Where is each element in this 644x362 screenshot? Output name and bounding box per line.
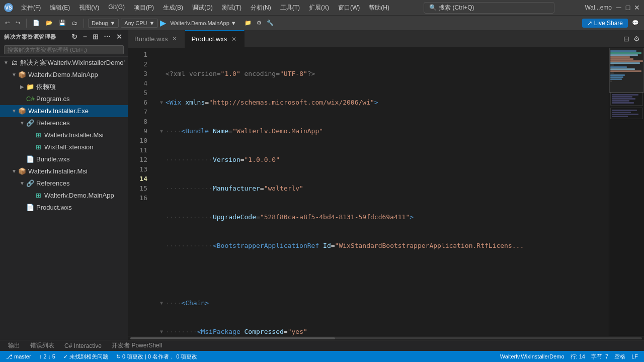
status-line[interactable]: 行: 14 — [569, 353, 587, 360]
down-icon: ↓ — [48, 353, 51, 359]
menu-item[interactable]: 生成(B) — [159, 3, 187, 13]
project-label: Walterlv.WixInstallerDemo — [500, 353, 565, 359]
editor-scrollbar[interactable] — [128, 336, 644, 340]
debug-config-dropdown[interactable]: Debug ▼ — [88, 19, 119, 28]
menu-item[interactable]: 视图(V) — [75, 3, 103, 13]
encoding-label: LF — [631, 353, 638, 359]
redo-button[interactable]: ↪ — [14, 19, 22, 27]
changes-sep: | — [145, 353, 146, 359]
close-sidebar-icon[interactable]: ✕ — [115, 32, 124, 41]
menu-item[interactable]: 分析(N) — [247, 3, 275, 13]
search-box[interactable]: 🔍 搜索 (Ctrl+Q) — [424, 2, 554, 14]
tree-item-program-cs[interactable]: ▶ C# Program.cs — [0, 93, 128, 105]
status-spaces[interactable]: 空格 — [612, 353, 627, 360]
code-line-9: ▼ ····<Chain> — [157, 298, 609, 308]
save-all-button[interactable]: 🗂 — [70, 19, 79, 27]
menu-item[interactable]: 工具(T) — [276, 3, 304, 13]
tree-item-dependencies[interactable]: ▶ 📁 依赖项 — [0, 81, 128, 93]
status-project[interactable]: Walterlv.WixInstallerDemo — [498, 353, 567, 360]
tree-item-demo-mainapp[interactable]: ▼ 📦 Walterlv.Demo.MainApp — [0, 69, 128, 81]
minimize-button[interactable]: ─ — [616, 5, 622, 11]
menu-item[interactable]: Git(G) — [104, 3, 129, 13]
status-col[interactable]: 字节: 7 — [589, 353, 610, 360]
sidebar-header-icons: ↻ − ⊞ ⋯ ✕ — [70, 32, 124, 41]
minimap — [609, 48, 644, 336]
status-ok[interactable]: ✓ 未找到相关问题 — [61, 353, 110, 360]
sidebar-search-input[interactable] — [4, 45, 124, 54]
tab-product-wxs-close[interactable]: ✕ — [230, 35, 238, 43]
tab-bundle-wxs-label: Bundle.wxs — [134, 35, 168, 43]
status-encoding[interactable]: LF — [629, 353, 640, 360]
status-changes[interactable]: ↻ 0 项更改 | 0 名作者， 0 项更改 — [114, 353, 199, 360]
new-file-button[interactable]: 📄 — [31, 19, 42, 27]
title-bar: VS 文件(F)编辑(E)视图(V)Git(G)项目(P)生成(B)调试(D)测… — [0, 0, 644, 15]
filter-icon[interactable]: ⊞ — [91, 32, 101, 41]
tree-item-references-1[interactable]: ▼ 🔗 References — [0, 117, 128, 129]
author-label: 0 名作者， — [148, 353, 175, 360]
chevron-down-icon-2: ▼ — [149, 20, 155, 26]
live-share-button[interactable]: ↗ Live Share — [582, 19, 628, 28]
undo-button[interactable]: ↩ — [3, 19, 12, 27]
search-placeholder: 搜索 (Ctrl+Q) — [439, 4, 474, 12]
maximize-button[interactable]: □ — [625, 5, 631, 11]
tree-item-solution[interactable]: ▼ 🗂 解决方案'Walterlv.WixInstallerDemo' — [0, 57, 128, 69]
tab-product-wxs[interactable]: Product.wxs ✕ — [185, 30, 245, 48]
scrollbar-track — [130, 337, 642, 339]
tab-bundle-wxs-close[interactable]: ✕ — [171, 35, 179, 43]
menu-item[interactable]: 窗口(W) — [334, 3, 364, 13]
run-target-label[interactable]: Walterlv.Demo.MainApp ▼ — [168, 19, 238, 27]
code-content[interactable]: <?xml version="1.0" encoding="UTF-8"?> ▼… — [153, 48, 609, 336]
toolbar-extra-3[interactable]: 🔧 — [265, 19, 276, 27]
menu-item[interactable]: 项目(P) — [130, 3, 158, 13]
tree-item-installer-exe[interactable]: ▼ 📦 Walterlv.Installer.Exe — [0, 105, 128, 117]
collapse-icon[interactable]: − — [82, 32, 89, 41]
menu-item[interactable]: 帮助(H) — [365, 3, 393, 13]
tree-item-wixbalext-ref[interactable]: ▶ ⊞ WixBalExtension — [0, 141, 128, 153]
line-label: 行: 14 — [571, 353, 585, 360]
sync-icon[interactable]: ↻ — [70, 32, 79, 41]
down-count: 5 — [52, 353, 55, 359]
sidebar: 解决方案资源管理器 ↻ − ⊞ ⋯ ✕ ▼ 🗂 解决方案'Walterlv.Wi… — [0, 30, 128, 340]
tab-bundle-wxs[interactable]: Bundle.wxs ✕ — [128, 30, 185, 48]
settings-icon[interactable]: ⚙ — [632, 34, 641, 44]
toolbar-extra-1[interactable]: 📁 — [243, 19, 254, 27]
code-line-4: ············Version="1.0.0.0" — [157, 155, 609, 164]
tree-item-installer-msi-ref[interactable]: ▶ ⊞ Walterlv.Installer.Msi — [0, 129, 128, 141]
menu-item[interactable]: 文件(F) — [17, 3, 45, 13]
tree-item-bundle-wxs[interactable]: ▶ 📄 Bundle.wxs — [0, 153, 128, 165]
status-ok-text: ✓ 未找到相关问题 — [63, 353, 108, 360]
tree-item-demo-mainapp-ref[interactable]: ▶ ⊞ Walterlv.Demo.MainApp — [0, 190, 128, 202]
save-button[interactable]: 💾 — [57, 19, 68, 27]
vs-logo: VS — [4, 3, 13, 12]
tree-item-installer-msi-proj[interactable]: ▼ 📦 Walterlv.Installer.Msi — [0, 165, 128, 177]
feedback-button[interactable]: 💬 — [630, 19, 641, 27]
platform-dropdown[interactable]: Any CPU ▼ — [121, 19, 158, 28]
tab-error-list[interactable]: 错误列表 — [26, 340, 58, 351]
tree-item-references-2[interactable]: ▼ 🔗 References — [0, 177, 128, 190]
scrollbar-thumb[interactable] — [130, 337, 335, 339]
tab-product-wxs-label: Product.wxs — [191, 35, 227, 43]
menu-item[interactable]: 扩展(X) — [305, 3, 333, 13]
run-button[interactable]: ▶ — [160, 18, 166, 28]
menu-item[interactable]: 调试(D) — [188, 3, 217, 13]
toolbar-extra-2[interactable]: ⚙ — [255, 19, 264, 27]
menu-item[interactable]: 测试(T) — [218, 3, 246, 13]
code-line-5: ············Manufacturer="walterlv" — [157, 184, 609, 193]
tab-output[interactable]: 输出 — [4, 340, 24, 351]
split-editor-icon[interactable]: ⊟ — [622, 34, 630, 44]
status-branch[interactable]: ⎇ master — [4, 353, 33, 360]
close-button[interactable]: ✕ — [634, 5, 640, 11]
window-controls: ─ □ ✕ — [616, 5, 640, 11]
tree-item-product-wxs[interactable]: ▶ 📄 Product.wxs — [0, 202, 128, 214]
up-icon: ↑ — [39, 353, 42, 359]
status-sync[interactable]: ↑ 2 ↓ 5 — [37, 353, 57, 359]
open-button[interactable]: 📂 — [44, 19, 55, 27]
tab-csharp-interactive[interactable]: C# Interactive — [60, 341, 106, 350]
chevron-down-icon: ▼ — [110, 20, 115, 26]
tab-powershell[interactable]: 开发者 PowerShell — [108, 340, 166, 351]
toolbar-sep-2 — [84, 19, 84, 28]
changes-count: 0 项更改 — [122, 353, 143, 360]
editor-area: Bundle.wxs ✕ Product.wxs ✕ ⊟ ⚙ 1 2 3 4 5… — [128, 30, 644, 340]
menu-item[interactable]: 编辑(E) — [46, 3, 74, 13]
more-icon[interactable]: ⋯ — [102, 32, 113, 41]
